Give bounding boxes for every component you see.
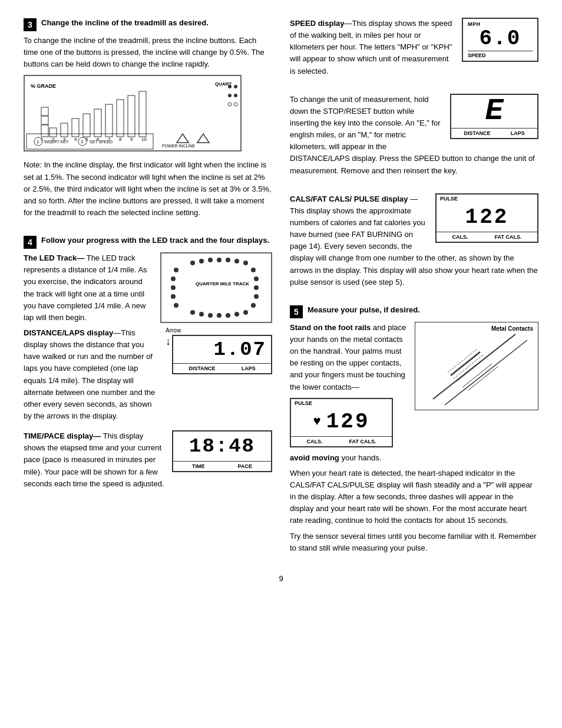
svg-point-55 xyxy=(234,312,239,317)
stand-bold: Stand on the foot rails xyxy=(290,323,371,332)
led-track-section: The LED Track— The LED track represents … xyxy=(24,252,272,327)
svg-text:INSERT KEY: INSERT KEY xyxy=(44,140,69,144)
step5-fat-cals-label: FAT CALS. xyxy=(349,439,376,444)
step3-header: 3 Change the incline of the treadmill as… xyxy=(24,18,272,31)
e-display-value: E xyxy=(451,95,537,128)
svg-point-61 xyxy=(174,303,178,308)
page-number: 9 xyxy=(24,574,538,583)
distance-laps-text-block: DISTANCE/LAPS display—This display shows… xyxy=(24,327,158,426)
step5-header: 5 Measure your pulse, if desired. xyxy=(290,305,538,318)
svg-line-69 xyxy=(451,352,480,375)
cals-display-footer: CALS. FAT CALS. xyxy=(437,232,537,242)
svg-point-45 xyxy=(217,258,222,262)
time-pace-desc: TIME/PACE display— This display shows th… xyxy=(24,430,165,490)
step5-cals-label: CALS. xyxy=(307,439,323,444)
svg-text:9: 9 xyxy=(130,137,133,142)
step3-title: Change the incline of the treadmill as d… xyxy=(41,18,209,28)
svg-line-68 xyxy=(445,340,527,405)
svg-point-47 xyxy=(234,259,239,263)
svg-point-56 xyxy=(226,313,230,318)
time-footer: TIME PACE xyxy=(173,461,271,471)
svg-point-50 xyxy=(254,276,259,281)
avoid-text: your hands. xyxy=(341,453,381,462)
svg-line-67 xyxy=(433,334,515,399)
svg-point-27 xyxy=(234,94,237,97)
time-value: 18:48 xyxy=(173,431,271,461)
cals-display-box: PULSE 122 CALS. FAT CALS. xyxy=(435,193,538,243)
svg-point-49 xyxy=(251,268,256,272)
metal-contacts-diagram: Metal Contacts xyxy=(415,322,538,410)
distance-value: 1.07 xyxy=(173,336,271,363)
time-pace-layout: TIME/PACE display— This display shows th… xyxy=(24,430,272,493)
step5-pulse-value: ♥ 129 xyxy=(291,407,392,436)
fat-cals-label: FAT CALS. xyxy=(495,234,522,240)
svg-point-54 xyxy=(243,310,248,315)
led-track-heading: The LED Track— xyxy=(24,253,84,262)
step3-para1: To change the incline of the treadmill, … xyxy=(24,35,272,70)
svg-point-63 xyxy=(171,285,176,290)
e-footer: DISTANCE LAPS xyxy=(451,128,537,138)
step4-header: 4 Follow your progress with the LED trac… xyxy=(24,235,272,249)
svg-point-48 xyxy=(243,261,248,265)
svg-point-60 xyxy=(190,310,195,315)
step5-sensor-text: Try the sensor several times until you b… xyxy=(290,531,538,554)
heart-icon: ♥ xyxy=(313,414,322,429)
distance-display-box: 1.07 DISTANCE LAPS xyxy=(172,335,272,374)
step5-section: 5 Measure your pulse, if desired. Metal … xyxy=(290,305,538,558)
step3-note: Note: In the incline display, the first … xyxy=(24,159,272,219)
cals-label: CALS. xyxy=(452,234,468,240)
led-track-text: The LED Track— The LED track represents … xyxy=(24,252,153,324)
step4-number: 4 xyxy=(24,236,37,249)
time-pace-display-wrap: 18:48 TIME PACE xyxy=(172,430,272,472)
dist-arrow-indicator: ↓ 1.07 DISTANCE LAPS xyxy=(166,335,272,374)
svg-point-58 xyxy=(208,313,213,318)
distance-laps-body: This display shows the distance that you… xyxy=(24,328,155,420)
step5-pulse-footer: CALS. FAT CALS. xyxy=(291,436,392,446)
step5-heart-rate-text: When your heart rate is detected, the he… xyxy=(290,467,538,527)
speed-footer-label: SPEED xyxy=(468,52,486,58)
speed-display-footer: SPEED xyxy=(468,51,533,58)
svg-point-25 xyxy=(234,85,237,88)
svg-point-62 xyxy=(171,294,176,299)
time-pace-heading: TIME/PACE display— xyxy=(24,431,101,440)
avoid-bold: avoid moving xyxy=(290,453,339,462)
svg-text:8: 8 xyxy=(119,137,122,142)
svg-line-73 xyxy=(448,349,477,373)
svg-point-53 xyxy=(251,303,256,308)
step3-section: 3 Change the incline of the treadmill as… xyxy=(24,18,272,222)
e-dist-label: DISTANCE xyxy=(464,130,490,136)
svg-point-51 xyxy=(254,285,259,290)
svg-point-44 xyxy=(208,258,213,262)
speed-section: MPH 6.0 SPEED SPEED display—This display… xyxy=(290,18,538,81)
step5-pulse-display: PULSE ♥ 129 CALS. FAT CALS. xyxy=(290,398,393,447)
distance-laps-section: DISTANCE/LAPS display—This display shows… xyxy=(24,327,272,426)
unit-change-section: E DISTANCE LAPS To change the unit of me… xyxy=(290,94,538,180)
time-pace-section: TIME/PACE display— This display shows th… xyxy=(24,430,272,493)
distance-laps-desc: DISTANCE/LAPS display—This display shows… xyxy=(24,327,158,422)
step5-pulse-header: PULSE xyxy=(291,399,392,407)
svg-point-52 xyxy=(254,294,259,299)
stand-text: and place your hands on the metal contac… xyxy=(290,323,406,391)
svg-text:1: 1 xyxy=(37,139,39,144)
e-laps-label: LAPS xyxy=(511,130,525,136)
led-track-body: The LED track represents a distance of 1… xyxy=(24,253,147,322)
speed-display-value: 6.0 xyxy=(468,28,533,50)
svg-point-64 xyxy=(171,276,176,281)
svg-text:QUARTER MILE TRACK: QUARTER MILE TRACK xyxy=(196,281,249,286)
incline-diagram: % GRADE 1 2 3 4 5 6 7 8 9 10 xyxy=(24,75,272,153)
svg-point-65 xyxy=(174,268,178,272)
dist-arrow-symbol: ↓ xyxy=(166,336,171,347)
step4-title: Follow your progress with the LED track … xyxy=(41,235,269,246)
distance-label: DISTANCE xyxy=(189,365,215,371)
metal-contacts-label: Metal Contacts xyxy=(491,325,533,332)
svg-line-72 xyxy=(468,367,498,390)
svg-text:10: 10 xyxy=(141,137,147,142)
distance-footer: DISTANCE LAPS xyxy=(173,363,271,373)
cals-display-header: PULSE xyxy=(437,195,537,203)
svg-point-42 xyxy=(190,261,195,265)
cals-display-value: 122 xyxy=(437,203,537,232)
pace-label: PACE xyxy=(238,463,252,469)
time-display-box: 18:48 TIME PACE xyxy=(172,430,272,472)
led-track-diagram: QUARTER MILE TRACK xyxy=(160,252,272,325)
svg-line-70 xyxy=(457,358,486,381)
